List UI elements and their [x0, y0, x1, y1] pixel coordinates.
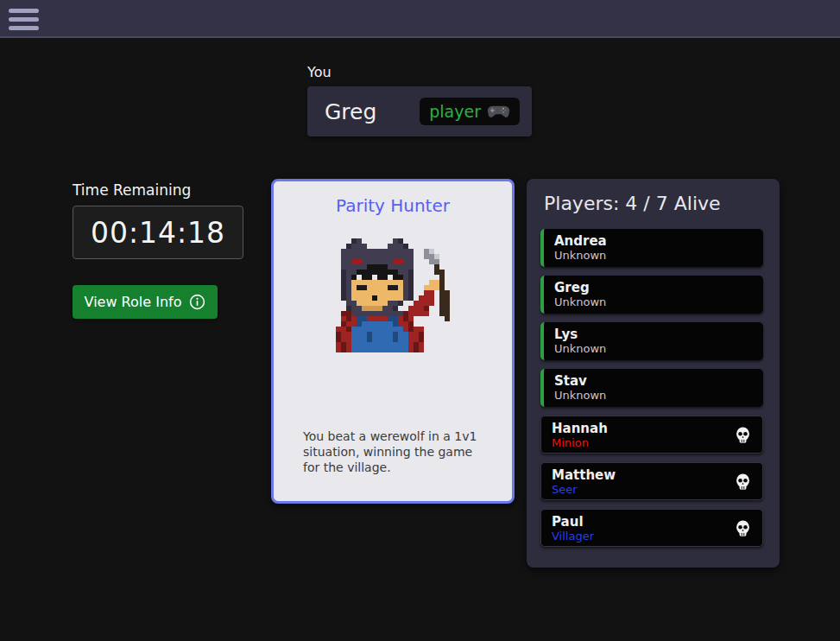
- player-role: Unknown: [554, 249, 753, 263]
- top-bar: [0, 0, 840, 38]
- player-role: Villager: [552, 530, 752, 543]
- player-role: Unknown: [554, 389, 753, 403]
- role-card-description: You beat a werewolf in a 1v1 situation, …: [303, 428, 491, 475]
- player-row[interactable]: Greg Unknown: [540, 276, 763, 314]
- player-row[interactable]: Stav Unknown: [540, 369, 763, 407]
- portrait-wrap: [274, 238, 512, 352]
- skull-icon: [734, 519, 752, 539]
- player-list: Andrea Unknown Greg Unknown Lys Unknown: [540, 229, 763, 555]
- hamburger-bar: [9, 26, 39, 30]
- role-card: Parity Hunter You beat a werewolf in a 1…: [271, 179, 515, 504]
- you-player-card: Greg player: [307, 86, 532, 136]
- you-section: You Greg player: [307, 64, 532, 136]
- player-row[interactable]: Lys Unknown: [540, 322, 763, 360]
- menu-hamburger-icon[interactable]: [9, 6, 41, 33]
- view-role-info-button[interactable]: View Role Info: [73, 285, 218, 319]
- timer-box: 00:14:18: [73, 206, 243, 259]
- player-name: Andrea: [554, 233, 753, 249]
- role-card-title: Parity Hunter: [274, 195, 512, 216]
- player-name: Lys: [554, 327, 753, 342]
- skull-icon: [734, 473, 752, 492]
- timer-value: 00:14:18: [91, 216, 225, 250]
- time-remaining-label: Time Remaining: [73, 181, 191, 199]
- player-name: Greg: [554, 280, 753, 295]
- skull-icon: [734, 426, 752, 446]
- hunter-portrait-sprite: [331, 238, 455, 352]
- player-row[interactable]: Hannah Minion: [540, 416, 763, 454]
- view-role-info-label: View Role Info: [85, 294, 182, 310]
- you-player-name: Greg: [325, 99, 376, 124]
- player-type-badge: player: [420, 98, 520, 125]
- player-row[interactable]: Paul Villager: [540, 509, 763, 547]
- hamburger-bar: [9, 17, 39, 22]
- player-role: Seer: [552, 483, 752, 497]
- player-role: Unknown: [554, 342, 753, 356]
- players-panel-title: Players: 4 / 7 Alive: [544, 193, 721, 214]
- info-icon: [189, 294, 205, 310]
- player-badge-label: player: [429, 102, 481, 121]
- player-role: Minion: [552, 436, 752, 450]
- player-row[interactable]: Andrea Unknown: [540, 229, 763, 267]
- player-name: Hannah: [552, 421, 752, 436]
- gamepad-icon: [487, 104, 510, 119]
- player-role: Unknown: [554, 295, 753, 309]
- player-name: Paul: [552, 514, 752, 530]
- player-row[interactable]: Matthew Seer: [540, 462, 763, 500]
- you-label: You: [307, 64, 532, 80]
- hamburger-bar: [9, 9, 39, 13]
- players-panel: Players: 4 / 7 Alive Andrea Unknown Greg…: [527, 179, 780, 568]
- player-name: Matthew: [552, 467, 752, 483]
- player-name: Stav: [554, 373, 753, 389]
